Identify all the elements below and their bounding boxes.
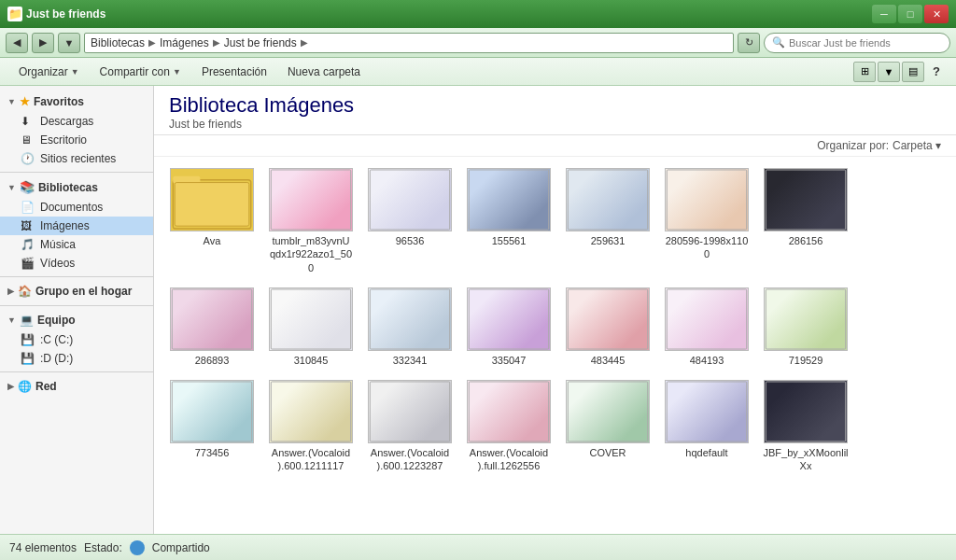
maximize-button[interactable]: □: [898, 5, 922, 23]
label-96536: 96536: [396, 234, 425, 247]
grid-item-ava[interactable]: Ava: [165, 164, 259, 278]
sidebar-red-header[interactable]: ▶ 🌐 Red: [0, 376, 153, 397]
refresh-button[interactable]: ↻: [738, 33, 760, 53]
content-area: Biblioteca Imágenes Just be friends Orga…: [154, 86, 956, 534]
label-ava: Ava: [204, 234, 221, 247]
grid-item-286893[interactable]: 286893: [165, 284, 259, 371]
help-button[interactable]: ?: [926, 62, 947, 82]
equipo-label: Equipo: [37, 314, 76, 327]
forward-button[interactable]: ▶: [32, 33, 54, 53]
thumb-773456: [170, 380, 254, 443]
toolbar: Organizar ▼ Compartir con ▼ Presentación…: [0, 58, 956, 86]
grid-item-jbf[interactable]: JBF_by_xXMoonlil Xx: [759, 376, 852, 477]
minimize-button[interactable]: ─: [872, 5, 896, 23]
search-input[interactable]: [789, 37, 910, 49]
svg-rect-31: [270, 381, 351, 442]
window-title: Just be friends: [26, 7, 105, 21]
thumb-310845: [269, 287, 353, 351]
grid-item-332341[interactable]: 332341: [363, 284, 457, 371]
svg-rect-21: [468, 288, 549, 350]
label-259631: 259631: [591, 234, 626, 247]
share-button[interactable]: Compartir con ▼: [91, 61, 190, 83]
share-label: Compartir con: [100, 65, 170, 78]
grid-item-310845[interactable]: 310845: [264, 284, 358, 371]
sidebar-item-recientes[interactable]: 🕐 Sitios recientes: [0, 149, 153, 168]
svg-rect-33: [369, 381, 450, 442]
descargas-icon: ⬇: [21, 115, 35, 128]
sidebar-equipo-header[interactable]: ▼ 💻 Equipo: [0, 310, 153, 330]
grid-item-280596[interactable]: 280596-1998x110 0: [660, 164, 753, 278]
thumb-ava: [170, 168, 254, 231]
sidebar-libraries-header[interactable]: ▼ 📚 Bibliotecas: [0, 176, 153, 198]
drive-c-icon: 💾: [21, 333, 35, 346]
search-icon: 🔍: [772, 36, 785, 49]
thumb-335047: [467, 287, 551, 351]
content-subtitle: Just be friends: [169, 118, 941, 131]
svg-rect-25: [666, 288, 747, 350]
thumb-hqdefault: [665, 380, 749, 443]
grid-item-484193[interactable]: 484193: [660, 284, 753, 371]
svg-rect-7: [468, 169, 549, 231]
grid-item-259631[interactable]: 259631: [561, 164, 654, 278]
grid-item-335047[interactable]: 335047: [462, 284, 555, 371]
carpeta-link[interactable]: Carpeta ▾: [893, 139, 941, 152]
sidebar-item-drive-d[interactable]: 💾 :D (D:): [0, 349, 153, 368]
content-title: Biblioteca Imágenes: [169, 93, 941, 118]
svg-rect-37: [567, 381, 648, 442]
status-estado-label: Estado:: [84, 541, 122, 554]
label-answer1: Answer.(Vocaloid ).600.1211117: [272, 446, 350, 473]
grid-item-155561[interactable]: 155561: [462, 164, 555, 278]
grid-item-tumblr[interactable]: tumblr_m83yvnU qdx1r922azo1_50 0: [264, 164, 358, 278]
imagenes-icon: 🖼: [21, 219, 35, 232]
sidebar-item-imagenes[interactable]: 🖼 Imágenes: [0, 217, 153, 235]
presentation-button[interactable]: Presentación: [192, 61, 276, 83]
thumb-answer1: [269, 380, 353, 443]
label-286156: 286156: [789, 234, 823, 247]
grid-item-answer2[interactable]: Answer.(Vocaloid ).600.1223287: [363, 376, 457, 477]
grid-item-answer1[interactable]: Answer.(Vocaloid ).600.1211117: [264, 376, 358, 477]
address-path[interactable]: Bibliotecas ▶ Imágenes ▶ Just be friends…: [84, 33, 734, 53]
sidebar-item-escritorio[interactable]: 🖥 Escritorio: [0, 131, 153, 149]
label-155561: 155561: [492, 234, 527, 247]
grid-item-hqdefault[interactable]: hqdefault: [660, 376, 753, 477]
view-dropdown-button[interactable]: ▼: [878, 62, 900, 82]
thumb-280596: [665, 168, 749, 231]
grid-item-773456[interactable]: 773456: [165, 376, 259, 477]
group-arrow: ▶: [7, 287, 14, 296]
recientes-icon: 🕐: [21, 152, 35, 165]
svg-rect-23: [567, 288, 648, 350]
view-toggle-button[interactable]: ⊞: [853, 62, 876, 82]
recientes-label: Sitios recientes: [40, 152, 116, 165]
content-header: Biblioteca Imágenes Just be friends: [154, 86, 956, 135]
grid-item-719529[interactable]: 719529: [759, 284, 852, 371]
thumb-483445: [566, 287, 650, 351]
close-button[interactable]: ✕: [924, 5, 949, 23]
preview-button[interactable]: ▤: [902, 62, 924, 82]
organize-button[interactable]: Organizar ▼: [9, 61, 89, 83]
grid-item-483445[interactable]: 483445: [561, 284, 654, 371]
svg-rect-9: [567, 169, 648, 231]
sidebar-item-documentos[interactable]: 📄 Documentos: [0, 198, 153, 217]
sidebar-item-drive-c[interactable]: 💾 :C (C:): [0, 330, 153, 349]
sidebar-item-videos[interactable]: 🎬 Vídeos: [0, 254, 153, 273]
search-box[interactable]: 🔍: [764, 33, 950, 53]
sidebar-group-header[interactable]: ▶ 🏠 Grupo en el hogar: [0, 281, 153, 301]
sidebar-favorites-header[interactable]: ▼ ★ Favoritos: [0, 91, 153, 112]
musica-label: Música: [40, 238, 76, 251]
item-count: 74 elementos: [9, 541, 77, 554]
back-button[interactable]: ◀: [6, 33, 28, 53]
label-tumblr: tumblr_m83yvnU qdx1r922azo1_50 0: [270, 234, 352, 274]
new-folder-button[interactable]: Nueva carpeta: [278, 61, 370, 83]
thumb-tumblr: [269, 168, 353, 231]
grid-item-96536[interactable]: 96536: [363, 164, 457, 278]
grid-item-answer3[interactable]: Answer.(Vocaloid ).full.1262556: [462, 376, 555, 477]
sidebar-item-musica[interactable]: 🎵 Música: [0, 235, 153, 254]
label-483445: 483445: [591, 354, 626, 367]
sidebar-item-descargas[interactable]: ⬇ Descargas: [0, 112, 153, 131]
libraries-arrow: ▼: [7, 183, 16, 192]
up-button[interactable]: ▼: [58, 33, 80, 53]
grid-item-cover[interactable]: COVER: [561, 376, 654, 477]
grid-item-286156[interactable]: 286156: [759, 164, 852, 278]
main-area: ▼ ★ Favoritos ⬇ Descargas 🖥 Escritorio 🕐…: [0, 86, 956, 534]
thumb-719529: [764, 287, 848, 351]
